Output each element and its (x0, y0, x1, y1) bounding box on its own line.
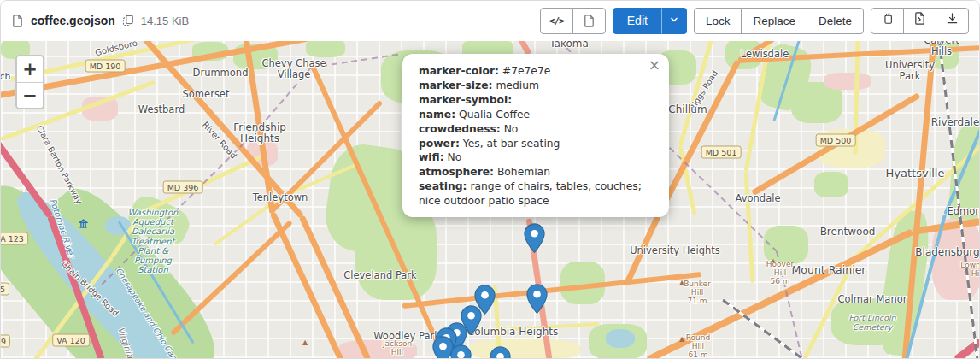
map-label: Cleveland Park (343, 270, 417, 281)
file-viewer: coffee.geojson 14.15 KiB </> Edit LockRe… (0, 0, 980, 359)
popup-property-row: crowdedness: No (419, 122, 653, 137)
copy-file-path-icon[interactable] (122, 15, 134, 26)
road-shield-badge: MD 501 (701, 146, 742, 159)
display-rendered-button[interactable] (572, 8, 606, 34)
map-label: Chevy Chase Village (261, 58, 326, 80)
map-label: Jackson Hill (383, 339, 412, 356)
map-label: Somerset (183, 89, 230, 100)
replace-button[interactable]: Replace (741, 8, 807, 34)
map-popup: × marker-color: #7e7e7emarker-size: medi… (402, 54, 669, 217)
water-area (606, 329, 635, 348)
view-toggle-group: </> (540, 8, 606, 34)
road-shield-badge: 5 (1, 283, 9, 296)
map-label: Friendship Heights (233, 122, 286, 145)
open-raw-button[interactable] (903, 8, 936, 34)
file-icon (11, 15, 24, 27)
popup-close-button[interactable]: × (648, 58, 660, 73)
code-icon: </> (549, 9, 564, 33)
map-label: Brentwood (820, 227, 876, 238)
popup-property-row: wifi: No (419, 150, 653, 165)
road-shield-badge: A 123 (1, 232, 28, 245)
map-label: Colmar Manor (838, 294, 907, 305)
map-label: Drummond (193, 68, 249, 79)
map-label: Hoover Hill 56 m (766, 260, 794, 285)
road-shield-badge: MD 190 (85, 60, 126, 73)
park-area (306, 41, 345, 57)
popup-property-row: seating: range of chairs, tables, couche… (419, 180, 653, 209)
map-label: Tenleytown (253, 192, 308, 203)
park-area (814, 172, 848, 197)
popup-property-row: atmosphere: Bohemian (419, 165, 653, 180)
popup-property-row: name: Qualia Coffee (419, 108, 653, 122)
map-label: Calvert Hills (923, 41, 960, 57)
map-label: Round Hill 61 m (686, 333, 710, 358)
road-shield-badge: VA 120 (52, 334, 90, 347)
popup-property-row: power: Yes, at bar seating (419, 137, 653, 151)
file-name: coffee.geojson (31, 14, 115, 27)
admin-boundary (101, 127, 260, 285)
popup-content: marker-color: #7e7e7emarker-size: medium… (419, 64, 653, 209)
primary-road (170, 220, 293, 336)
raw-file-icon (913, 9, 926, 33)
map-label: ch (1, 72, 11, 82)
map-marker[interactable] (524, 223, 545, 254)
map-label: Lewisdale (741, 49, 789, 60)
retail-area (469, 339, 580, 358)
map-marker[interactable] (490, 346, 511, 359)
chevron-down-icon (669, 9, 679, 33)
map-label: Clara Barton Parkway (34, 124, 83, 205)
document-icon (583, 15, 596, 27)
map-label: Bladensburg (915, 247, 979, 258)
map-canvas[interactable]: ▲▲▲▲MD 190MD 396A 123VA 120MD 501MD 5005… (1, 41, 979, 358)
popup-tip (521, 209, 538, 217)
landmark-icon (79, 216, 88, 232)
road-shield-badge: 9 (1, 335, 10, 348)
map-label: Westbard (138, 104, 185, 115)
edit-button-group: Edit (613, 8, 687, 34)
map-label: Bunker Hill 71 m (684, 280, 711, 305)
map-label: Fort Lincoln Cemetery (848, 314, 895, 332)
map-label: Lowndes Hill (960, 261, 979, 278)
delete-button[interactable]: Delete (807, 8, 864, 34)
clipboard-copy-icon (882, 9, 894, 33)
map-label: Mount Rainier (792, 264, 866, 276)
popup-property-row: marker-size: medium (419, 79, 653, 93)
download-button[interactable] (936, 8, 969, 34)
peak-icon: ▲ (679, 336, 684, 343)
zoom-out-button[interactable]: − (17, 82, 43, 108)
map-marker[interactable] (526, 284, 548, 315)
popup-property-row: marker-symbol: (419, 93, 653, 108)
map-label: Edmonston (948, 206, 979, 217)
map-label: Avondale (736, 193, 781, 204)
primary-road (402, 272, 702, 309)
zoom-in-button[interactable]: + (17, 56, 43, 82)
map-label: Chillum (668, 104, 707, 115)
display-source-button[interactable]: </> (540, 8, 573, 34)
map-label: University Park (876, 60, 945, 82)
file-actions-group: LockReplaceDelete (694, 8, 864, 34)
map-label: Takoma (549, 41, 589, 50)
map-label: University Heights (630, 245, 720, 256)
map-label: Riverdale (931, 117, 979, 128)
zoom-control: + − (15, 55, 44, 109)
edit-button[interactable]: Edit (613, 8, 662, 34)
map-label: Hyattsville (886, 168, 945, 180)
map-label: Washington Aqueduct Dalecarlia Treatment… (128, 208, 179, 274)
road-shield-badge: MD 396 (163, 181, 203, 194)
peak-icon: ▲ (302, 339, 308, 346)
download-icon (946, 9, 959, 33)
built-area (824, 73, 871, 90)
file-size: 14.15 KiB (141, 15, 189, 27)
copy-file-contents-button[interactable] (871, 8, 904, 34)
popup-property-row: marker-color: #7e7e7e (419, 64, 653, 79)
map-marker[interactable] (450, 344, 472, 359)
lock-button[interactable]: Lock (694, 8, 742, 34)
file-header: coffee.geojson 14.15 KiB </> Edit LockRe… (1, 1, 979, 40)
railway (722, 299, 805, 358)
icon-actions-group (871, 8, 969, 34)
road-shield-badge: MD 500 (816, 134, 856, 147)
header-actions: </> Edit LockReplaceDelete (540, 8, 969, 34)
edit-dropdown-button[interactable] (661, 8, 687, 34)
